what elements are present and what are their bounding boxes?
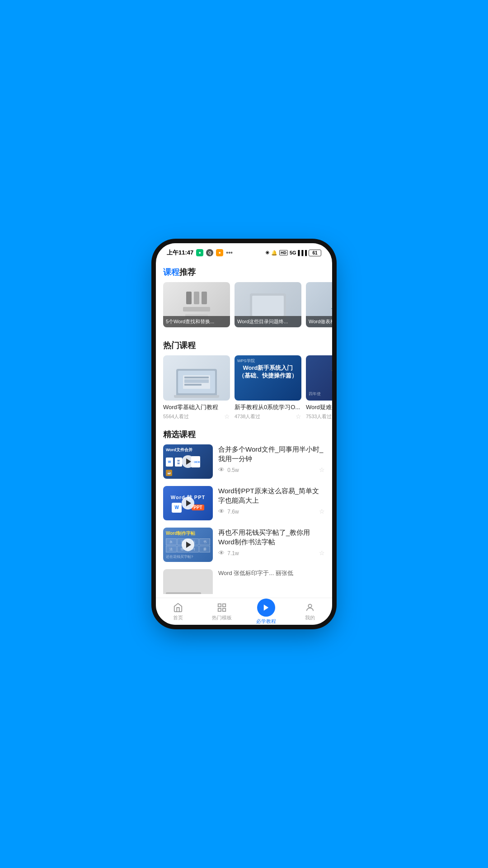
rec-card-3-title: Word做表格，这 [306,316,332,327]
nav-home-label: 首页 [173,614,183,621]
template-icon [216,602,227,613]
cal-thumb-title: Word制作字帖 [166,530,210,537]
nav-tutorials-label: 必学教程 [256,618,276,625]
view-icon-3: 👁 [218,549,225,557]
time: 上午11:47 [167,249,193,257]
scroll-area[interactable]: 课程推荐 5个Word查找和替换... [156,259,332,594]
svg-rect-2 [223,608,225,611]
selected-item-3-views: 7.1w [227,550,239,557]
hot-card-1-star[interactable]: ☆ [224,413,230,420]
home-icon [173,602,183,613]
hot-card-2-title: 新手教程从0系统学习O... [235,403,301,411]
signal-icon: 5G▐▐▐ [290,250,307,255]
recommended-header: 课程推荐 [156,259,332,282]
bluetooth-icon: ✳ [265,250,269,256]
status-bar: 上午11:47 ● Q ● ••• ✳ 🔔 HD 5G▐▐▐ 61 [156,243,332,259]
nav-tutorials[interactable]: 必学教程 [244,599,288,625]
svg-marker-4 [264,604,269,611]
selected-header: 精选课程 [156,422,332,444]
rec-card-2[interactable]: Word这些目录问题终... [235,282,301,327]
hd-icon: HD [279,250,288,255]
hot-card-1-views: 5564人看过 [163,413,189,420]
hot-card-3-views: 7533人看过 [306,413,332,420]
selected-item-2[interactable]: Word 转 PPT W → PPT Word转PPT原来这么容易_简单文字也能… [163,486,325,520]
hot-card-1-title: Word零基础入门教程 [163,403,230,411]
selected-list: Word文件合并 W WW → docx ☕ [156,444,332,594]
bottom-nav: 首页 热门模板 必学教程 [156,598,332,625]
play-button-1[interactable] [182,455,194,468]
view-icon-1: 👁 [218,466,225,473]
nav-profile-label: 我的 [305,614,315,621]
rec-card-1[interactable]: 5个Word查找和替换... [163,282,230,327]
profile-icon [305,602,315,613]
selected-item-2-star[interactable]: ☆ [319,508,325,515]
hot-card-2-views: 4738人看过 [235,413,260,420]
selected-item-1-title: 合并多个Word文件_同事用半小时_我用一分钟 [218,444,325,463]
merge-thumb-title: Word文件合并 [166,447,210,453]
qq-icon: Q [206,249,213,256]
recommended-scroll[interactable]: 5个Word查找和替换... Word这些目录问题终... ⌨️ Word做表格… [156,282,332,333]
app-icon-orange: ● [216,249,223,256]
hot-card-3-title: Word疑难杂... [306,403,332,411]
phone-shell: 上午11:47 ● Q ● ••• ✳ 🔔 HD 5G▐▐▐ 61 课程推荐 [156,243,332,625]
play-button-2[interactable] [182,497,194,509]
battery-indicator: 61 [309,250,321,256]
wps-card-title: Word新手系统入门（基础、快捷操作篇） [238,364,298,380]
mute-icon: 🔔 [271,250,277,256]
play-button-3[interactable] [182,538,194,551]
selected-item-2-views: 7.6w [227,509,239,515]
rec-card-1-title: 5个Word查找和替换... [163,316,230,327]
selected-item-1[interactable]: Word文件合并 W WW → docx ☕ [163,444,325,479]
selected-item-4-title: Word 张低标印字于... 丽张低 [218,569,325,577]
svg-rect-1 [223,604,225,606]
dots-icon: ••• [226,249,233,256]
nav-profile[interactable]: 我的 [288,602,333,621]
hot-card-1[interactable]: Word零基础入门教程 5564人看过 ☆ [163,355,230,420]
tutorials-active-circle [257,599,275,617]
rec-card-2-title: Word这些目录问题终... [235,316,301,327]
wps-brand-label: WPS学院 [237,358,255,364]
hot-card-3[interactable]: W Word &疑难 四年使 Word疑难杂... 7533人看过 ☆ [306,355,332,420]
hot-courses-header: 热门课程 [156,333,332,355]
view-icon-2: 👁 [218,508,225,515]
svg-point-5 [309,604,312,607]
selected-item-3-title: 再也不用花钱买字帖了_教你用Word制作书法字帖 [218,528,325,547]
svg-rect-0 [218,604,221,606]
selected-item-3[interactable]: Word制作字帖 永 字 帖 书 法 练 习 册 还在花钱买字帖? [163,528,325,562]
svg-rect-3 [218,608,221,611]
hot-card-2-star[interactable]: ☆ [296,413,301,420]
hot-scroll[interactable]: Word零基础入门教程 5564人看过 ☆ WPS学院 Word新手系统入门（基… [156,355,332,422]
rec-card-3[interactable]: ⌨️ Word做表格，这 [306,282,332,327]
selected-item-4[interactable]: Word 张低标印字于... 丽张低 [163,569,325,594]
selected-item-3-star[interactable]: ☆ [319,549,325,557]
selected-item-2-title: Word转PPT原来这么容易_简单文字也能高大上 [218,486,325,505]
nav-home[interactable]: 首页 [156,602,200,621]
word-sub-label: 四年使 [309,391,321,397]
nav-templates-label: 热门模板 [212,614,232,621]
app-icon-green: ● [196,249,203,256]
cal-subtitle: 还在花钱买字帖? [166,554,210,559]
hot-card-2[interactable]: WPS学院 Word新手系统入门（基础、快捷操作篇） 新手教程从0系统学习O..… [235,355,301,420]
nav-templates[interactable]: 热门模板 [200,602,244,621]
selected-item-1-star[interactable]: ☆ [319,466,325,473]
selected-item-1-views: 0.5w [227,467,239,473]
